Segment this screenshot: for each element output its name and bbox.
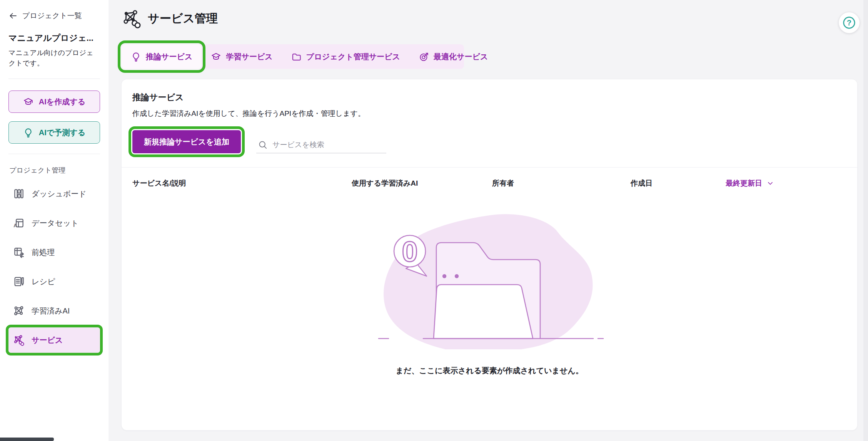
graduation-cap-icon [23, 97, 33, 107]
service-management-icon [122, 8, 142, 29]
svg-text:A: A [13, 223, 17, 228]
empty-state-message: まだ、ここに表示される要素が作成されていません。 [396, 366, 583, 376]
dashboard-icon [13, 188, 25, 200]
create-ai-button[interactable]: AIを作成する [8, 91, 100, 113]
tab-optimization-service[interactable]: 最適化サービス [409, 44, 497, 69]
lightbulb-icon [131, 52, 141, 62]
predict-ai-button[interactable]: AIで予測する [8, 121, 100, 144]
sidebar-item-label: レシピ [32, 277, 55, 287]
target-icon [419, 52, 429, 62]
column-header-owner: 所有者 [492, 178, 631, 188]
column-header-last-updated-sort[interactable]: 最終更新日 [726, 178, 846, 188]
tab-bar: 推論サービス 学習サービス プロジェクト管理サービス 最適化サービス [122, 44, 464, 69]
sidebar-nav: ダッシュボード A データセット 前処理 レシピ 学習済みAI サービス [8, 181, 100, 353]
tab-training-service[interactable]: 学習サービス [202, 44, 282, 69]
empty-state-illustration: 0 [374, 211, 605, 349]
sidebar-divider [8, 154, 100, 154]
sidebar-item-label: 前処理 [32, 247, 55, 258]
help-icon: ? [842, 16, 856, 30]
horizontal-scrollbar-thumb[interactable] [0, 438, 54, 441]
panel-title: 推論サービス [132, 92, 846, 103]
page-title: サービス管理 [148, 11, 218, 27]
vertical-scrollbar-track[interactable] [863, 0, 868, 441]
dataset-icon: A [13, 217, 25, 229]
back-to-projects-link[interactable]: プロジェクト一覧 [8, 11, 100, 21]
tab-label: 最適化サービス [434, 52, 488, 62]
panel-description: 作成した学習済みAIを使用して、推論を行うAPIを作成・管理します。 [132, 109, 846, 119]
sidebar-item-label: サービス [32, 335, 63, 345]
sort-label: 最終更新日 [726, 178, 762, 188]
sidebar-item-preprocess[interactable]: 前処理 [8, 240, 100, 265]
back-link-label: プロジェクト一覧 [22, 11, 82, 21]
sidebar-item-trained-ai[interactable]: 学習済みAI [8, 298, 100, 324]
service-icon [13, 334, 25, 346]
service-search-input[interactable] [272, 141, 385, 149]
add-inference-service-button[interactable]: 新規推論サービスを追加 [132, 130, 241, 153]
panel-actions: 新規推論サービスを追加 [132, 130, 846, 153]
sidebar-item-dashboard[interactable]: ダッシュボード [8, 181, 100, 206]
graduation-cap-icon [211, 52, 221, 62]
sidebar-section-label: プロジェクト管理 [9, 166, 100, 175]
sidebar-divider [8, 79, 100, 79]
tab-label: プロジェクト管理サービス [306, 52, 400, 62]
column-header-created: 作成日 [631, 178, 726, 188]
folder-icon [291, 52, 302, 62]
sidebar-item-label: ダッシュボード [32, 189, 87, 199]
project-description: マニュアル向けのプロジェクトです。 [8, 48, 100, 69]
add-button-label: 新規推論サービスを追加 [144, 137, 229, 146]
empty-state: 0 まだ、ここに表示される要素が作成されていません。 [132, 211, 846, 376]
search-icon [258, 140, 268, 150]
column-header-service-name: サービス名/説明 [132, 178, 352, 188]
help-button[interactable]: ? [839, 12, 860, 33]
column-header-trained-ai: 使用する学習済みAI [352, 178, 492, 188]
create-ai-label: AIを作成する [39, 97, 85, 107]
sidebar-item-recipe[interactable]: レシピ [8, 269, 100, 294]
svg-text:?: ? [847, 18, 851, 27]
service-search [256, 137, 386, 153]
lightbulb-icon [23, 127, 33, 138]
sidebar-item-dataset[interactable]: A データセット [8, 210, 100, 236]
predict-ai-label: AIで予測する [39, 127, 85, 138]
app-root: プロジェクト一覧 マニュアルプロジェ... マニュアル向けのプロジェクトです。 … [0, 0, 868, 441]
panel-divider [122, 167, 857, 168]
tab-label: 学習サービス [226, 52, 272, 62]
table-header-row: サービス名/説明 使用する学習済みAI 所有者 作成日 最終更新日 [132, 178, 846, 188]
arrow-left-icon [8, 11, 18, 20]
page-header: サービス管理 [122, 8, 218, 29]
tab-project-management-service[interactable]: プロジェクト管理サービス [282, 44, 409, 69]
empty-count-badge: 0 [402, 236, 417, 268]
tab-label: 推論サービス [146, 52, 192, 62]
inference-service-panel: 推論サービス 作成した学習済みAIを使用して、推論を行うAPIを作成・管理します… [122, 79, 857, 430]
sidebar-item-services[interactable]: サービス [8, 327, 100, 353]
project-title: マニュアルプロジェ... [8, 32, 100, 44]
trained-ai-icon [13, 305, 25, 317]
preprocess-icon [13, 246, 25, 258]
sidebar: プロジェクト一覧 マニュアルプロジェ... マニュアル向けのプロジェクトです。 … [0, 0, 108, 441]
sidebar-item-label: 学習済みAI [32, 306, 70, 316]
sidebar-item-label: データセット [32, 218, 78, 228]
recipe-icon [13, 276, 25, 287]
tab-inference-service[interactable]: 推論サービス [122, 44, 202, 69]
main-area: サービス管理 ? 推論サービス 学習サービス プロジェクト管理サービス 最適化サ… [108, 0, 868, 441]
chevron-down-icon [766, 179, 775, 188]
